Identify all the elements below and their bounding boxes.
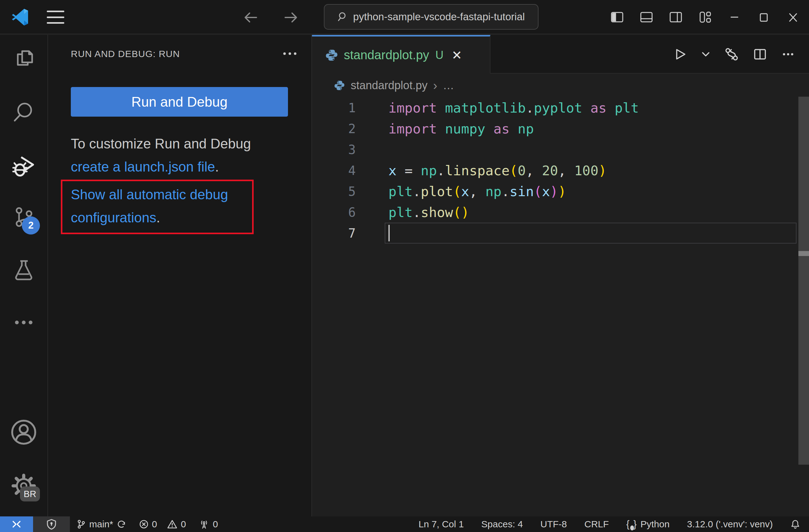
activity-bar: 2 BR xyxy=(0,35,48,516)
close-button[interactable] xyxy=(786,10,800,24)
line-text[interactable]: import numpy as np xyxy=(385,121,534,137)
breadcrumb-file[interactable]: standardplot.py xyxy=(351,79,427,92)
error-count: 0 xyxy=(152,519,157,530)
search-value: python-sample-vscode-fastapi-tutorial xyxy=(353,11,525,23)
editor-scrollbar[interactable] xyxy=(798,97,809,465)
hint-line: To customize Run and Debug xyxy=(71,136,251,151)
additional-views-icon[interactable] xyxy=(0,301,48,344)
problems-item[interactable]: 0 0 xyxy=(133,516,192,532)
workspace-trust-icon[interactable] xyxy=(33,516,70,532)
run-and-debug-panel: RUN AND DEBUG: RUN Run and Debug To cust… xyxy=(48,35,312,516)
ports-item[interactable]: 0 xyxy=(192,516,224,532)
line-number: 3 xyxy=(312,142,385,157)
toggle-panel-icon[interactable] xyxy=(639,10,654,24)
search-view-icon[interactable] xyxy=(0,90,48,134)
text-cursor xyxy=(389,225,390,241)
code-area[interactable]: 1import matplotlib.pyplot as plt2import … xyxy=(312,97,809,244)
radio-tower-icon xyxy=(199,519,210,530)
bell-icon xyxy=(790,519,800,529)
overview-ruler-cursor-marker xyxy=(798,251,809,256)
run-python-file-icon[interactable] xyxy=(673,47,687,61)
notifications-item[interactable] xyxy=(781,516,809,532)
python-interpreter-item[interactable]: 3.12.0 ('.venv': venv) xyxy=(678,516,781,532)
editor-toolbar xyxy=(673,35,809,74)
settings-profile-badge: BR xyxy=(20,486,40,501)
explorer-icon[interactable] xyxy=(0,38,48,82)
code-line[interactable]: 6plt.show() xyxy=(312,202,809,223)
back-arrow-icon[interactable] xyxy=(243,10,259,25)
line-number: 5 xyxy=(312,184,385,199)
editor-group: standardplot.py U ✕ xyxy=(312,35,809,516)
git-branch-item[interactable]: main* xyxy=(70,516,133,532)
code-line[interactable]: 7 xyxy=(312,223,809,244)
source-control-badge: 2 xyxy=(22,216,40,234)
run-and-debug-icon[interactable] xyxy=(0,143,48,187)
show-debug-configurations-link[interactable]: Show all automatic debugconfigurations xyxy=(71,187,228,225)
code-line[interactable]: 1import matplotlib.pyplot as plt xyxy=(312,97,809,118)
command-center-search[interactable]: python-sample-vscode-fastapi-tutorial xyxy=(324,4,538,30)
editor-more-actions-icon[interactable] xyxy=(781,47,795,61)
code-line[interactable]: 5plt.plot(x, np.sin(x)) xyxy=(312,181,809,202)
branch-icon xyxy=(76,519,86,529)
breadcrumb-separator: › xyxy=(433,78,437,93)
warning-count: 0 xyxy=(180,519,186,530)
braces-icon: { } xyxy=(626,519,637,530)
toggle-secondary-sidebar-icon[interactable] xyxy=(669,10,683,24)
python-file-icon xyxy=(334,80,345,91)
cursor-position-item[interactable]: Ln 7, Col 1 xyxy=(410,516,472,532)
testing-icon[interactable] xyxy=(0,248,48,292)
tab-standardplot-py[interactable]: standardplot.py U ✕ xyxy=(312,35,490,74)
code-line[interactable]: 3 xyxy=(312,139,809,160)
create-launch-json-link[interactable]: create a launch.json file xyxy=(71,159,215,174)
python-file-icon xyxy=(325,49,338,62)
code-line[interactable]: 4x = np.linspace(0, 20, 100) xyxy=(312,160,809,181)
status-bar: main* 0 0 xyxy=(0,516,809,532)
eol-item[interactable]: CRLF xyxy=(575,516,617,532)
line-number: 4 xyxy=(312,163,385,178)
remote-indicator[interactable] xyxy=(0,516,33,532)
toggle-primary-sidebar-icon[interactable] xyxy=(610,10,624,24)
line-number: 7 xyxy=(312,226,385,241)
split-editor-icon[interactable] xyxy=(753,47,767,61)
maximize-button[interactable] xyxy=(757,10,771,24)
encoding-item[interactable]: UTF-8 xyxy=(532,516,575,532)
branch-name: main* xyxy=(89,519,113,530)
accounts-icon[interactable] xyxy=(0,410,48,454)
errors-icon xyxy=(139,519,149,529)
warnings-icon xyxy=(167,519,177,529)
minimize-button[interactable] xyxy=(727,10,742,24)
source-control-icon[interactable]: 2 xyxy=(0,196,48,240)
breadcrumb[interactable]: standardplot.py › … xyxy=(312,74,809,97)
tab-git-status: U xyxy=(435,49,444,62)
show-link-period: . xyxy=(156,210,160,225)
line-number: 1 xyxy=(312,101,385,115)
customize-hint-text: To customize Run and Debug create a laun… xyxy=(71,132,251,178)
line-number: 6 xyxy=(312,205,385,219)
vscode-logo-icon xyxy=(11,8,29,26)
breadcrumb-symbol[interactable]: … xyxy=(443,79,454,92)
title-bar: python-sample-vscode-fastapi-tutorial xyxy=(0,0,809,34)
line-text[interactable]: x = np.linspace(0, 20, 100) xyxy=(385,163,606,178)
code-line[interactable]: 2import numpy as np xyxy=(312,118,809,139)
run-dropdown-chevron-icon[interactable] xyxy=(701,50,710,59)
line-text[interactable]: import matplotlib.pyplot as plt xyxy=(385,100,639,116)
menu-icon[interactable] xyxy=(47,11,64,24)
indentation-item[interactable]: Spaces: 4 xyxy=(473,516,532,532)
panel-title: RUN AND DEBUG: RUN xyxy=(71,49,180,59)
tab-close-icon[interactable]: ✕ xyxy=(452,49,462,61)
open-changes-icon[interactable] xyxy=(724,47,739,62)
language-mode-item[interactable]: { } Python xyxy=(617,516,678,532)
forward-arrow-icon[interactable] xyxy=(283,10,299,25)
tab-bar: standardplot.py U ✕ xyxy=(312,35,809,74)
run-and-debug-button[interactable]: Run and Debug xyxy=(71,87,288,117)
annotation-highlight-box: Show all automatic debugconfigurations. xyxy=(61,180,254,234)
line-text[interactable]: plt.plot(x, np.sin(x)) xyxy=(385,184,566,199)
settings-gear-icon[interactable]: BR xyxy=(0,464,48,508)
tab-label: standardplot.py xyxy=(344,48,429,62)
hint-period: . xyxy=(215,159,219,174)
line-text[interactable]: plt.show() xyxy=(385,205,469,220)
customize-layout-icon[interactable] xyxy=(698,10,712,24)
views-more-actions-icon[interactable] xyxy=(279,47,301,60)
ports-count: 0 xyxy=(213,519,218,530)
sync-icon xyxy=(116,519,126,529)
